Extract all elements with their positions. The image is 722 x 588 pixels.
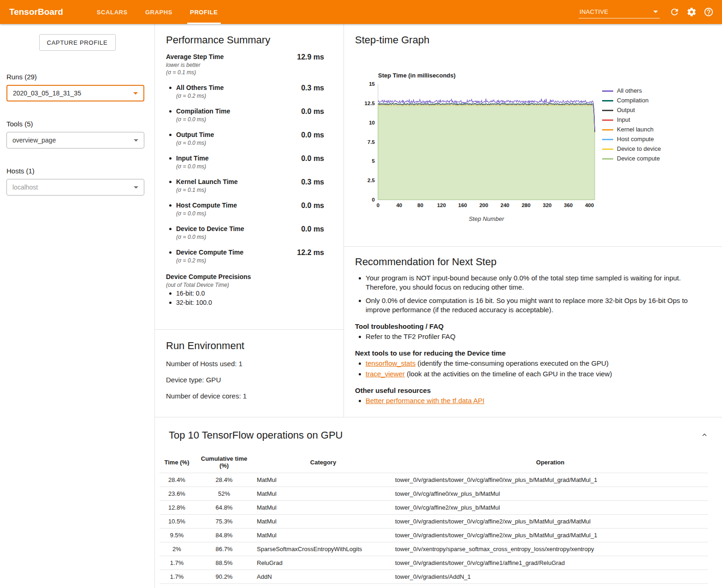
tools-select[interactable]: overview_page <box>6 132 144 148</box>
metric-label: Input Time <box>176 154 301 163</box>
legend-item: Device compute <box>602 155 661 162</box>
recommendation-link[interactable]: tensorflow_stats <box>366 359 415 367</box>
ops-cell: SparseSoftmaxCrossEntropyWithLogits <box>254 542 392 556</box>
metric-sigma: (σ = 0.1 ms) <box>176 186 301 194</box>
step-time-chart: 02.557.51012.515040801201602002402803203… <box>360 82 596 210</box>
run-environment-line: Number of device cores: 1 <box>166 392 332 400</box>
performance-metric: Output Time(σ = 0.0 ms)0.0 ms <box>166 131 332 147</box>
metric-label: Compilation Time <box>176 107 301 116</box>
ops-cell: 28.4% <box>160 473 194 487</box>
runs-group: Runs (29) 2020_03_05_18_31_35 <box>6 73 154 101</box>
settings-gear-icon[interactable] <box>686 6 698 18</box>
ops-table-row: 1.7%90.2%AddNtower_0/v/gradients/AddN_1 <box>160 570 708 584</box>
hosts-select[interactable]: localhost <box>6 179 144 196</box>
help-icon[interactable] <box>703 6 715 18</box>
ops-cell: 52% <box>194 487 254 501</box>
legend-label: Host compute <box>617 136 654 143</box>
performance-metric: Kernel Launch Time(σ = 0.1 ms)0.3 ms <box>166 178 332 194</box>
chevron-down-icon <box>653 11 658 13</box>
performance-metric: Device to Device Time(σ = 0.0 ms)0.0 ms <box>166 225 332 241</box>
ops-cell: tower_0/v/gradients/tower_0/v/cg/affine1… <box>392 556 708 570</box>
recommendation-heading: Tool troubleshooting / FAQ <box>355 322 711 331</box>
legend-label: Kernel launch <box>617 126 654 133</box>
recommendation-subitem: Refer to the TF2 Profiler FAQ <box>355 332 711 341</box>
metric-sigma: (σ = 0.1 ms) <box>166 69 297 76</box>
sidebar: CAPTURE PROFILE Runs (29) 2020_03_05_18_… <box>0 24 154 588</box>
reload-status-value: INACTIVE <box>580 8 608 15</box>
device-compute-precisions: Device Compute Precisions (out of Total … <box>166 273 332 307</box>
recommendation-heading: Next tools to use for reducing the Devic… <box>355 349 711 357</box>
bullet-dot <box>169 87 172 89</box>
recommendation-link[interactable]: trace_viewer <box>366 370 405 378</box>
collapse-section-button[interactable] <box>700 430 709 440</box>
ops-cell: 84.8% <box>194 529 254 542</box>
recommendation-bullet: Your program is NOT input-bound because … <box>355 273 711 292</box>
svg-text:280: 280 <box>521 202 530 208</box>
svg-text:120: 120 <box>437 202 446 208</box>
ops-cell: 2% <box>160 542 194 556</box>
metric-value: 12.2 ms <box>297 248 332 264</box>
tools-group: Tools (5) overview_page <box>6 120 154 148</box>
chevron-down-icon <box>134 186 138 189</box>
hosts-label: Hosts (1) <box>6 167 154 175</box>
legend-swatch <box>602 100 613 101</box>
runs-label: Runs (29) <box>6 73 154 81</box>
tools-selected-value: overview_page <box>12 137 56 144</box>
metric-sigma: (σ = 0.0 ms) <box>176 210 301 217</box>
step-time-graph-card: Step-time Graph Step Time (in millisecon… <box>344 24 722 247</box>
recommendation-link[interactable]: Better performance with the tf.data API <box>366 397 485 404</box>
tab-scalars[interactable]: SCALARS <box>88 0 136 24</box>
metric-label: Device Compute Time <box>176 248 297 257</box>
metric-sigma: (σ = 0.2 ms) <box>176 257 297 264</box>
ops-table-head-row: Time (%)Cumulative time (%)CategoryOpera… <box>160 451 708 473</box>
performance-metric: Device Compute Time(σ = 0.2 ms)12.2 ms <box>166 248 332 264</box>
tab-profile[interactable]: PROFILE <box>181 0 227 24</box>
top-ops-title: Top 10 TensorFlow operations on GPU <box>169 429 708 441</box>
ops-cell: AddN <box>254 570 392 584</box>
svg-text:200: 200 <box>479 202 488 208</box>
recommendation-subitem: Better performance with the tf.data API <box>355 396 711 405</box>
bullet-dot <box>359 362 361 365</box>
legend-swatch <box>602 148 613 150</box>
capture-profile-button[interactable]: CAPTURE PROFILE <box>39 34 116 51</box>
svg-text:7.5: 7.5 <box>367 139 375 145</box>
ops-column-header: Time (%) <box>160 451 194 473</box>
svg-text:5: 5 <box>372 158 375 164</box>
svg-text:320: 320 <box>543 202 551 208</box>
recommendation-bullet: Only 0.0% of device computation is 16 bi… <box>355 296 711 315</box>
tab-graphs[interactable]: GRAPHS <box>136 0 181 24</box>
bullet-dot <box>169 302 172 304</box>
legend-item: Kernel launch <box>602 126 661 133</box>
metric-sigma: (σ = 0.0 ms) <box>176 116 301 123</box>
performance-summary-title: Performance Summary <box>166 34 332 46</box>
ops-cell: MatMul <box>254 473 392 487</box>
reload-status-dropdown[interactable]: INACTIVE <box>579 6 660 18</box>
metric-label: Kernel Launch Time <box>176 178 301 186</box>
runs-select[interactable]: 2020_03_05_18_31_35 <box>6 85 144 101</box>
ops-column-header: Category <box>254 451 392 473</box>
metric-sigma: (σ = 0.2 ms) <box>176 92 301 100</box>
chart-legend: All othersCompilationOutputInputKernel l… <box>602 88 661 222</box>
ops-cell: tower_0/v/gradients/tower_0/v/cg/affine2… <box>392 515 708 529</box>
ops-cell: 90.2% <box>194 570 254 584</box>
performance-metric-list: All Others Time(σ = 0.2 ms)0.3 msCompila… <box>166 83 332 264</box>
ops-cell: 12.8% <box>160 501 194 515</box>
refresh-icon[interactable] <box>669 6 681 18</box>
top-ops-table: Time (%)Cumulative time (%)CategoryOpera… <box>160 451 708 588</box>
svg-text:12.5: 12.5 <box>365 101 375 106</box>
svg-text:80: 80 <box>417 202 423 208</box>
tools-label: Tools (5) <box>6 120 154 128</box>
app-title: TensorBoard <box>9 7 63 17</box>
recommendation-text: Only 0.0% of device computation is 16 bi… <box>366 296 711 315</box>
ops-cell: 1.7% <box>160 570 194 584</box>
run-environment-lines: Number of Hosts used: 1Device type: GPUN… <box>166 359 332 400</box>
ops-cell: 28.4% <box>194 473 254 487</box>
metric-label: Average Step Time <box>166 53 297 61</box>
chevron-up-icon <box>700 431 709 439</box>
legend-label: Device compute <box>617 155 660 162</box>
ops-cell: tower_0/v/xentropy/sparse_softmax_cross_… <box>392 542 708 556</box>
metric-value: 0.0 ms <box>301 225 332 241</box>
ops-cell: append_apply_gradient_ops/GradientDescen… <box>392 584 708 588</box>
performance-summary-card: Performance Summary Average Step Time lo… <box>155 24 343 330</box>
run-environment-line: Device type: GPU <box>166 375 332 384</box>
